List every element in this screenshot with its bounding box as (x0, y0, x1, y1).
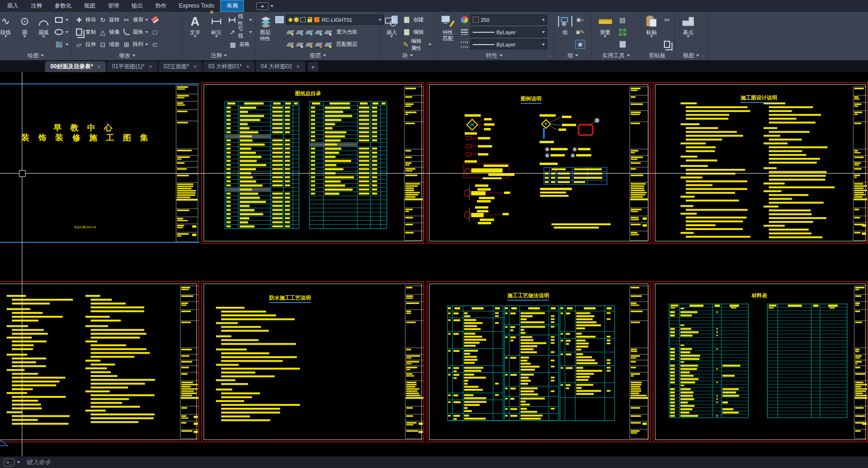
trim-button[interactable]: ✂修剪 (122, 14, 148, 25)
match-layer-button[interactable]: 匹配图层 (286, 39, 384, 50)
panel-label-modify[interactable]: 修改 (72, 51, 182, 60)
offset-button[interactable]: ⊂ (150, 39, 159, 50)
menu-item-3[interactable]: 视图 (78, 0, 102, 12)
group-button[interactable]: 组 (557, 13, 573, 51)
layer-tool-icon (296, 30, 304, 34)
group-select-icon: ▣ (576, 40, 585, 48)
fillet-button[interactable]: 圆角 (122, 27, 148, 37)
layer-state-button[interactable] (275, 14, 284, 25)
menu-item-0[interactable]: 插入 (1, 0, 25, 12)
view-launcher-icon[interactable]: → (700, 52, 707, 58)
copy-button[interactable]: 复制 (75, 27, 96, 37)
ungroup-button[interactable]: ▣× (576, 14, 585, 25)
menu-item-4[interactable]: 管理 (102, 0, 125, 12)
panel-annotate: A 文字 * 标注 线性 ↗引线 ▦表格 注释 (183, 12, 255, 60)
tab-close-icon[interactable]: × (297, 64, 300, 70)
hatch-button[interactable] (55, 39, 68, 50)
command-line-icon[interactable]: >_ (4, 459, 15, 467)
menu-item-6[interactable]: 协作 (149, 0, 173, 12)
layout-tab-0[interactable]: 00封面及目录表*× (45, 61, 106, 72)
move-button[interactable]: ✚移动 (75, 14, 96, 25)
object-color-combobox[interactable]: 250 (470, 15, 547, 25)
measure-button[interactable]: 测量 (595, 13, 616, 51)
linetype-combobox[interactable]: ByLayer (470, 27, 547, 37)
cut-button[interactable]: ✂ (663, 14, 672, 25)
panel-label-view[interactable]: 视图→ (675, 51, 707, 60)
tab-close-icon[interactable]: × (149, 64, 152, 70)
panel-label-layers[interactable]: 图层 (255, 51, 380, 60)
table-button[interactable]: ▦表格 (228, 39, 252, 50)
layout-tab-2[interactable]: 02立面图*× (159, 61, 202, 72)
linear-button[interactable]: 线性 (228, 14, 252, 25)
select-all-button[interactable] (618, 27, 627, 37)
properties-launcher-icon[interactable]: → (547, 52, 553, 58)
panel-label-block[interactable]: 块 (381, 51, 434, 60)
insert-block-icon (384, 13, 399, 29)
ellipse-button[interactable] (55, 27, 68, 37)
edit-block-button[interactable]: ✎编辑 (402, 27, 431, 37)
create-block-button[interactable]: ✎创建 (402, 14, 431, 25)
panel-group: 组 ▣× ▣✎ ▣ 组 (554, 12, 592, 60)
command-prompt[interactable]: 键入命令 (26, 458, 51, 467)
tab-close-icon[interactable]: × (194, 64, 197, 70)
match-properties-button[interactable]: 特性匹配 (438, 13, 458, 51)
menu-item-2[interactable]: 参数化 (48, 0, 78, 12)
polyline-button[interactable]: ∿ 段线 (0, 13, 14, 51)
ungroup-icon: ▣× (576, 16, 585, 24)
panel-layers: 图层特性 RC-LIGHT01 (255, 12, 381, 60)
layer-combobox[interactable]: RC-LIGHT01 (286, 15, 384, 25)
group-select-toggle[interactable]: ▣ (576, 39, 585, 50)
ribbon-collapse-button[interactable] (256, 2, 273, 10)
menu-item-5[interactable]: 输出 (125, 0, 149, 12)
quick-calc-button[interactable] (618, 39, 627, 50)
layer-unlock2-icon (315, 43, 323, 46)
color-wheel-icon (461, 16, 468, 23)
insert-block-button[interactable]: 插入 (383, 13, 400, 51)
group-edit-button[interactable]: ▣✎ (576, 27, 585, 37)
rectangle-button[interactable] (55, 14, 68, 25)
paste-button[interactable]: 粘贴 (643, 13, 660, 51)
leader-icon: ↗ (228, 28, 236, 36)
layer-thaw-icon (294, 18, 299, 22)
circle-button[interactable]: ⊙ 圆 (16, 13, 33, 51)
menu-item-8[interactable]: 布局 (220, 0, 244, 12)
text-button[interactable]: A 文字 (186, 13, 205, 51)
layout-tab-3[interactable]: 03 大样图01*× (203, 61, 255, 72)
dimension-button[interactable]: * 标注 (207, 13, 226, 51)
mirror-button[interactable]: △镜像 (98, 27, 120, 37)
quick-select-button[interactable]: ▤ (618, 14, 627, 25)
layout-tab-4[interactable]: 04 大样图02× (256, 61, 305, 72)
stretch-button[interactable]: ▱拉伸 (75, 39, 96, 50)
tab-close-icon[interactable]: × (97, 64, 101, 70)
new-layout-tab-button[interactable]: + (308, 62, 318, 72)
drawing-canvas[interactable]: 早 教 中 心 装 饰 装 修 施 工 图 集 出品日期:2014.11 图纸总… (0, 72, 868, 456)
set-current-layer-button[interactable]: 置为当前 (286, 27, 384, 37)
text-icon: A (191, 13, 200, 29)
array-button[interactable]: ⊞阵列 (122, 39, 148, 50)
scale-button[interactable]: ⊡缩放 (98, 39, 120, 50)
arc-button[interactable]: 圆弧 (36, 13, 52, 51)
panel-label-group[interactable]: 组 (554, 51, 591, 60)
lineweight-combobox[interactable]: ByLayer (470, 39, 547, 49)
sheet-design-notes: 施工图设计说明 (653, 82, 868, 244)
panel-label-clipboard[interactable]: 剪贴板 (640, 51, 674, 60)
layers-icon (258, 13, 272, 29)
layer-stack-icon (324, 30, 332, 34)
rotate-button[interactable]: ↻旋转 (98, 14, 120, 25)
base-point-button[interactable]: 基点 (678, 13, 699, 51)
tab-close-icon[interactable]: × (246, 64, 250, 70)
layer-vp-icon (300, 17, 306, 22)
panel-label-utilities[interactable]: 实用工具 (592, 51, 640, 60)
panel-label-properties[interactable]: 特性→ (435, 51, 554, 60)
erase-button[interactable] (150, 14, 159, 25)
copy-clip-button[interactable] (663, 39, 672, 50)
command-caret-icon[interactable] (17, 461, 20, 463)
menu-item-1[interactable]: 注释 (25, 0, 48, 12)
layout-tab-1[interactable]: 01平面图(1)*× (107, 61, 158, 72)
leader-button[interactable]: ↗引线 (228, 27, 252, 37)
edit-attributes-button[interactable]: ✎编辑属性 (402, 39, 431, 50)
panel-label-draw[interactable]: 绘图 (0, 51, 71, 60)
explode-button[interactable]: □ (150, 27, 159, 37)
panel-label-annotate[interactable]: 注释 (183, 51, 255, 60)
layer-properties-button[interactable]: 图层特性 (258, 13, 272, 51)
